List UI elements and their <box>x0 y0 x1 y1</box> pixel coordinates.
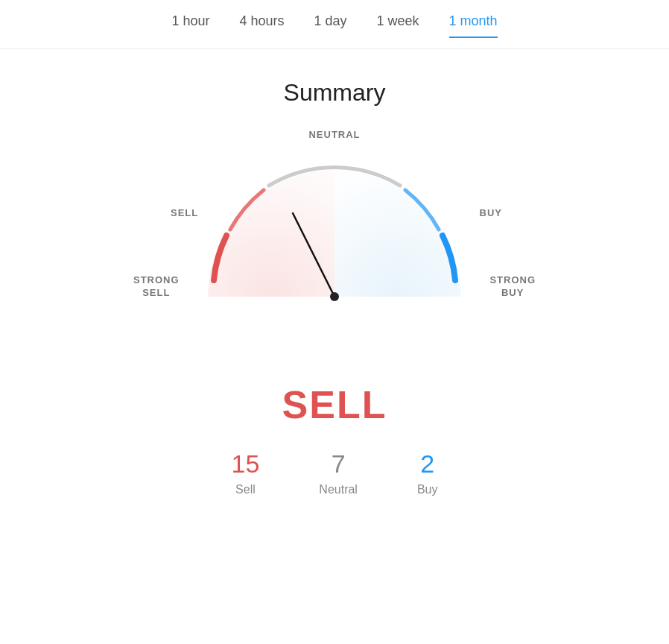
count-sell-number: 15 <box>232 449 260 479</box>
count-neutral-number: 7 <box>332 449 346 479</box>
count-sell-label: Sell <box>235 483 256 496</box>
tab-1week[interactable]: 1 week <box>377 13 419 38</box>
label-strong-sell: STRONG SELL <box>133 274 180 300</box>
count-neutral-label: Neutral <box>319 483 358 496</box>
gauge-svg <box>186 148 483 319</box>
count-buy-label: Buy <box>417 483 438 496</box>
tab-4hours[interactable]: 4 hours <box>239 13 284 38</box>
gauge-wrapper: NEUTRAL SELL BUY STRONG SELL STRONG BUY <box>126 129 543 367</box>
label-neutral: NEUTRAL <box>308 129 360 140</box>
tab-1hour[interactable]: 1 hour <box>171 13 209 38</box>
count-buy-number: 2 <box>420 449 434 479</box>
time-tabs-bar: 1 hour 4 hours 1 day 1 week 1 month <box>0 0 669 49</box>
main-content: Summary NEUTRAL SELL BUY STRONG SELL STR… <box>0 49 669 496</box>
tab-1month[interactable]: 1 month <box>449 13 498 38</box>
result-section: SELL 15 Sell 7 Neutral 2 Buy <box>232 382 438 496</box>
tab-1day[interactable]: 1 day <box>314 13 346 38</box>
svg-point-2 <box>330 292 339 301</box>
count-sell: 15 Sell <box>232 449 260 496</box>
counts-row: 15 Sell 7 Neutral 2 Buy <box>232 449 438 496</box>
label-strong-buy: STRONG BUY <box>489 274 536 300</box>
count-buy: 2 Buy <box>417 449 438 496</box>
summary-title: Summary <box>284 79 386 107</box>
result-label: SELL <box>282 382 387 427</box>
count-neutral: 7 Neutral <box>319 449 358 496</box>
